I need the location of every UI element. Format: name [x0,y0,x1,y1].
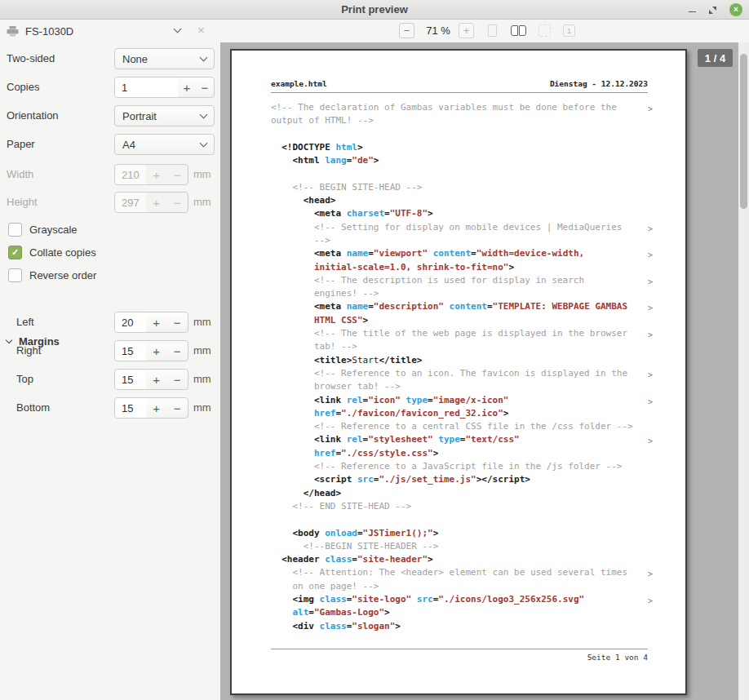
copies-spinbox: 1 + − [114,77,215,98]
plus-icon[interactable]: + [146,312,167,332]
actual-size-button[interactable]: 1 [561,23,577,38]
width-label: Width [7,164,33,185]
paper-label: Paper [7,134,35,155]
minimize-icon[interactable] [689,11,696,12]
code-line: <meta name="viewport" content="width=dev… [271,247,648,260]
preview-page: example.html Dienstag - 12.12.2023 <!-- … [230,49,687,695]
grayscale-row: Grayscale [8,222,212,237]
minus-icon[interactable]: − [196,78,214,97]
code-line: <!-- Reference to a central CSS file in … [271,420,648,433]
plus-icon[interactable]: + [178,78,196,97]
margin-bottom-input[interactable]: 15 [115,398,146,418]
code-line: tab! --> [271,340,648,353]
code-line [271,167,648,180]
plus-icon[interactable]: + [146,398,167,418]
chevron-down-icon [200,140,208,148]
close-button[interactable]: × [729,3,742,16]
copies-input[interactable]: 1 [115,78,178,97]
printer-icon [7,26,19,37]
facing-pages-icon [511,25,526,36]
fit-page-button[interactable] [537,23,552,38]
line-wrap-indicator-icon: > [648,103,653,116]
orientation-value: Portrait [122,110,157,122]
minus-icon[interactable]: − [167,370,188,389]
line-wrap-indicator-icon: > [648,595,653,608]
plus-icon[interactable]: + [146,370,167,389]
single-page-button[interactable] [485,23,500,38]
margin-top-input[interactable]: 15 [115,370,146,389]
margin-left-input[interactable]: 20 [115,312,146,332]
minus-icon: − [167,165,188,184]
copies-label: Copies [7,77,39,98]
two-sided-label: Two-sided [7,48,55,69]
minus-icon[interactable]: − [167,312,188,332]
reverse-order-checkbox[interactable] [8,268,22,282]
line-wrap-indicator-icon: > [648,435,653,448]
margin-left-spinbox: 20 + − [114,312,188,333]
document-filename: example.html [271,79,327,88]
margin-bottom-row: Bottom 15 + − mm [7,397,217,419]
chevron-down-icon[interactable] [174,25,182,33]
grayscale-checkbox[interactable] [8,223,22,237]
code-line: on one page! --> [271,580,648,593]
minus-icon[interactable]: − [167,398,188,418]
footer-rule [271,649,648,649]
copies-row: Copies 1 + − [7,77,217,98]
facing-pages-button[interactable] [508,23,528,38]
width-input: 210 [115,165,146,184]
line-wrap-indicator-icon: > [648,276,653,289]
actual-size-icon: 1 [563,24,575,37]
plus-icon[interactable]: + [146,341,167,361]
code-line: <!-- The declaration of Gambas variables… [271,101,648,114]
preview-scrollbar[interactable] [738,42,749,700]
orientation-select[interactable]: Portrait [114,105,215,126]
margin-right-spinbox: 15 + − [114,340,188,361]
document-header: example.html Dienstag - 12.12.2023 [271,79,648,88]
scrollbar-thumb[interactable] [740,54,747,209]
code-line: <link rel="stylesheet" type="text/css"> [271,433,648,446]
document-page-number: Seite 1 von 4 [271,653,648,662]
reverse-order-label: Reverse order [29,269,96,281]
line-wrap-indicator-icon: > [648,223,653,236]
code-line: output of HTML! --> [271,114,648,127]
paper-value: A4 [122,139,135,151]
code-line: <!--BEGIN SITE-HEADER --> [271,540,648,553]
two-sided-select[interactable]: None [114,48,215,69]
grayscale-label: Grayscale [29,224,78,236]
line-wrap-indicator-icon: > [648,249,653,262]
code-line: <!DOCTYPE html> [271,141,648,154]
zoom-in-button[interactable]: + [459,23,474,38]
collate-copies-checkbox[interactable]: ✓ [8,246,22,259]
collate-copies-row: ✓ Collate copies [8,245,212,259]
code-line: <body onload="JSTimer1();"> [271,527,648,540]
code-line [271,513,648,526]
code-line: engines! --> [271,287,648,300]
code-line: <!-- The title of the web page is displa… [271,327,648,340]
restore-icon[interactable] [708,6,717,15]
code-line: href="./css/style.css"> [271,447,648,460]
code-line: <!-- BEGIN SITE-HEAD --> [271,181,648,194]
two-sided-value: None [122,53,148,65]
margin-right-input[interactable]: 15 [115,341,146,361]
plus-icon: + [146,165,167,184]
window-title: Print preview [341,3,408,16]
printer-select[interactable]: FS-1030D [7,20,73,42]
height-row: Height 297 + − mm [7,192,217,213]
preview-area: example.html Dienstag - 12.12.2023 <!-- … [220,42,749,700]
width-spinbox: 210 + − [114,164,188,185]
clear-printer-button[interactable]: × [197,23,205,37]
document-date: Dienstag - 12.12.2023 [550,79,648,88]
code-line: href="./favicon/favicon_red_32.ico"> [271,407,648,420]
toolbar: FS-1030D × − 71 % + 1 [0,20,749,42]
zoom-out-button[interactable]: − [399,23,414,38]
minus-icon[interactable]: − [167,341,188,361]
margin-left-unit: mm [193,312,211,333]
margin-top-unit: mm [193,369,211,390]
code-line: <!-- Reference to a JavaScript file in t… [271,460,648,473]
paper-select[interactable]: A4 [114,134,215,155]
code-line: <img class="site-logo" src="./icons/logo… [271,593,648,606]
collate-copies-label: Collate copies [29,246,96,259]
code-line: alt="Gambas-Logo"> [271,606,648,619]
margin-top-label: Top [16,369,33,390]
margin-top-row: Top 15 + − mm [7,369,217,390]
